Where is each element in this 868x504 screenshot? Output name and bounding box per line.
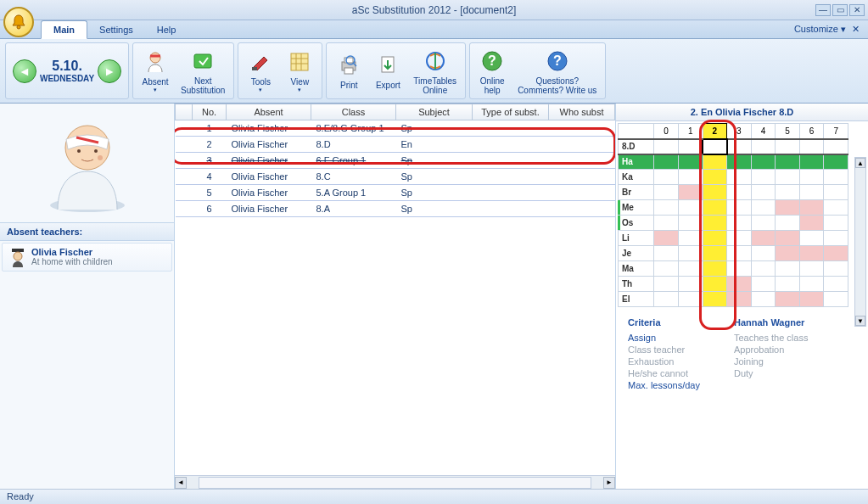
tools-button[interactable]: Tools▾ — [244, 47, 277, 95]
tt-cell[interactable] — [799, 139, 824, 154]
minimize-button[interactable]: — — [815, 4, 831, 16]
table-row[interactable]: 4Olivia Fischer8.CSp — [176, 169, 615, 185]
col-subject[interactable]: Subject — [396, 104, 473, 120]
tt-cell[interactable] — [654, 200, 679, 216]
tt-cell[interactable] — [824, 154, 848, 170]
tt-cell[interactable] — [824, 139, 848, 154]
tt-cell[interactable] — [727, 200, 752, 216]
tt-cell[interactable] — [703, 185, 727, 200]
tt-cell[interactable] — [799, 261, 824, 277]
table-row[interactable]: 5Olivia Fischer5.A Group 1Sp — [176, 185, 615, 201]
horizontal-scrollbar[interactable]: ◄ ► — [175, 475, 615, 489]
period-header[interactable]: 3 — [727, 124, 752, 139]
tt-cell[interactable] — [824, 200, 848, 216]
period-header[interactable]: 7 — [824, 124, 848, 139]
tt-cell[interactable] — [654, 292, 679, 307]
tt-cell[interactable] — [751, 170, 776, 185]
tt-cell[interactable] — [824, 292, 848, 307]
period-header[interactable]: 5 — [776, 124, 800, 139]
period-header[interactable]: 1 — [678, 124, 703, 139]
scroll-left-button[interactable]: ◄ — [175, 477, 187, 489]
tt-cell[interactable] — [703, 231, 727, 246]
tt-row[interactable]: Th — [619, 277, 848, 292]
tt-cell[interactable] — [678, 277, 703, 292]
scroll-right-button[interactable]: ► — [603, 477, 615, 489]
substitution-grid[interactable]: No. Absent Class Subject Type of subst. … — [175, 104, 615, 217]
tt-row[interactable]: Ma — [619, 261, 848, 277]
tt-cell[interactable] — [824, 246, 848, 261]
tt-cell[interactable] — [776, 170, 800, 185]
tt-cell[interactable] — [776, 185, 800, 200]
tt-cell[interactable] — [703, 277, 727, 292]
tt-cell[interactable] — [654, 261, 679, 277]
tt-cell[interactable] — [776, 154, 800, 170]
tt-cell[interactable] — [776, 200, 800, 216]
tt-cell[interactable] — [751, 139, 776, 154]
next-day-button[interactable]: ► — [98, 59, 121, 83]
tab-settings[interactable]: Settings — [87, 21, 145, 38]
tab-help[interactable]: Help — [145, 21, 188, 38]
tt-cell[interactable] — [727, 246, 752, 261]
tt-cell[interactable] — [776, 277, 800, 292]
scroll-up-button[interactable]: ▲ — [855, 158, 865, 168]
tt-cell[interactable] — [703, 170, 727, 185]
tt-cell[interactable] — [654, 246, 679, 261]
tt-cell[interactable] — [799, 216, 824, 231]
tt-cell[interactable] — [727, 170, 752, 185]
tt-cell[interactable] — [703, 261, 727, 277]
customize-menu[interactable]: Customize ▾ ✕ — [786, 20, 868, 38]
tt-cell[interactable] — [678, 139, 703, 154]
tt-cell[interactable] — [824, 261, 848, 277]
questions-button[interactable]: ? Questions? Comments? Write us — [514, 46, 600, 97]
tt-cell[interactable] — [678, 231, 703, 246]
export-button[interactable]: Export — [371, 50, 405, 92]
tt-cell[interactable] — [799, 200, 824, 216]
teacher-item[interactable]: Olivia Fischer At home with children — [2, 243, 172, 272]
tt-cell[interactable] — [776, 246, 800, 261]
tt-cell[interactable] — [678, 185, 703, 200]
table-row[interactable]: 1Olivia Fischer8.E/8.G Group 1Sp — [176, 120, 615, 137]
tt-cell[interactable] — [824, 277, 848, 292]
tt-row[interactable]: El — [619, 292, 848, 307]
tt-row[interactable]: Je — [619, 246, 848, 261]
vertical-scrollbar[interactable]: ▲ ▼ — [854, 157, 866, 327]
scroll-track-v[interactable] — [855, 168, 865, 316]
tt-cell[interactable] — [776, 216, 800, 231]
tt-cell[interactable] — [654, 185, 679, 200]
tt-cell[interactable] — [824, 170, 848, 185]
tt-cell[interactable] — [751, 216, 776, 231]
tt-cell[interactable] — [654, 170, 679, 185]
tt-cell[interactable] — [799, 170, 824, 185]
tt-cell[interactable] — [678, 154, 703, 170]
tt-cell[interactable] — [678, 292, 703, 307]
tt-cell[interactable] — [799, 231, 824, 246]
tt-cell[interactable] — [678, 170, 703, 185]
table-row[interactable]: 2Olivia Fischer8.DEn — [176, 137, 615, 153]
tt-cell[interactable] — [751, 277, 776, 292]
tt-cell[interactable] — [799, 185, 824, 200]
col-absent[interactable]: Absent — [227, 104, 311, 120]
table-row[interactable]: 3Olivia Fischer6.F Group 1Sp — [176, 153, 615, 169]
print-button[interactable]: Print — [332, 50, 366, 92]
tt-cell[interactable] — [703, 139, 727, 154]
tt-cell[interactable] — [678, 216, 703, 231]
col-no[interactable]: No. — [193, 104, 227, 120]
criteria-maxlessons[interactable]: Max. lessons/day — [628, 380, 700, 390]
tt-cell[interactable] — [703, 292, 727, 307]
tt-cell[interactable] — [751, 200, 776, 216]
tt-row[interactable]: Br — [619, 185, 848, 200]
tt-cell[interactable] — [751, 154, 776, 170]
col-gap[interactable] — [176, 104, 193, 120]
view-button[interactable]: View▾ — [283, 47, 316, 95]
scroll-track[interactable] — [199, 477, 591, 489]
tt-cell[interactable] — [654, 231, 679, 246]
maximize-button[interactable]: ▭ — [832, 4, 848, 16]
tt-cell[interactable] — [751, 185, 776, 200]
timetable-grid[interactable]: 01234567 8.D HaKaBrMeOsLiJeMaThEl — [618, 123, 848, 307]
table-row[interactable]: 6Olivia Fischer8.ASp — [176, 201, 615, 217]
tt-cell[interactable] — [799, 292, 824, 307]
period-header[interactable]: 0 — [654, 124, 679, 139]
tt-cell[interactable] — [751, 231, 776, 246]
tt-cell[interactable] — [654, 216, 679, 231]
tt-cell[interactable] — [824, 185, 848, 200]
